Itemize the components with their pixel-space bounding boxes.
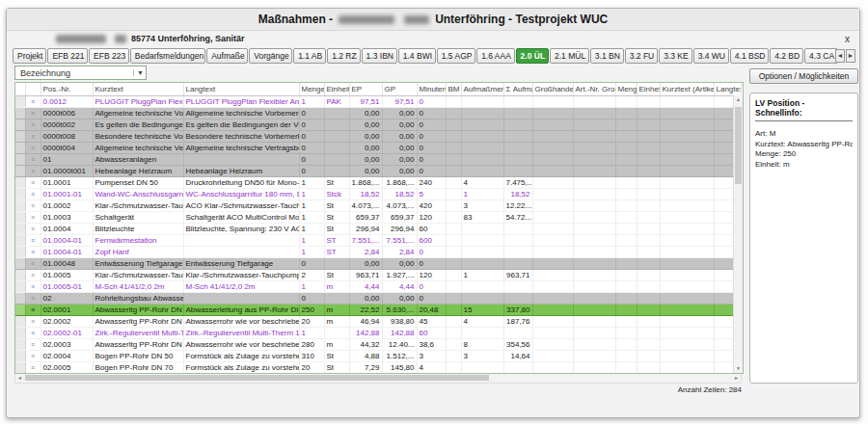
table-row[interactable]: ≡01.0003SchaltgerätSchaltgerät ACO Multi… bbox=[15, 212, 741, 224]
column-header-menge-[interactable]: Menge ( bbox=[615, 83, 637, 96]
row-selector-gutter[interactable] bbox=[15, 131, 25, 143]
row-selector-gutter[interactable] bbox=[15, 189, 25, 200]
tab-efb-223[interactable]: EFB 223 bbox=[89, 48, 129, 64]
row-selector-gutter[interactable] bbox=[15, 200, 25, 212]
row-selector-gutter[interactable] bbox=[15, 270, 25, 281]
table-row[interactable]: ≡01.0004-01Zopf Hanf1ST2,842,840 bbox=[15, 247, 741, 258]
table-row[interactable]: ≡0.0012PLUGGIT PluggPlan Flexibler Ansc.… bbox=[15, 96, 741, 108]
column-header-einheit[interactable]: Einheit bbox=[324, 83, 349, 96]
row-selector-gutter[interactable] bbox=[15, 235, 25, 247]
tab-2-1-mül[interactable]: 2.1 MÜL bbox=[550, 48, 589, 64]
table-row[interactable]: ≡01.0005-01M-Sch 41/41/2,0 2mM-Sch 41/41… bbox=[15, 281, 741, 293]
scroll-down-icon[interactable]: ▼ bbox=[734, 364, 743, 373]
column-header-gp[interactable]: GP bbox=[382, 83, 417, 96]
tab-1-1-ab[interactable]: 1.1 AB bbox=[293, 48, 326, 64]
table-row[interactable]: ≡0000t006Allgemeine technische Vorbemerk… bbox=[15, 108, 741, 119]
tab-1-3-ibn[interactable]: 1.3 IBN bbox=[362, 48, 397, 64]
column-header--aufma[interactable]: Σ Aufma bbox=[503, 83, 532, 96]
table-row[interactable]: ≡01.0005Klar-/Schmutzwasser-TauchpumpeKl… bbox=[15, 270, 741, 281]
table-row[interactable]: ≡0000t004Allgemeine technische Vertragsb… bbox=[15, 143, 741, 154]
column-header-kurztext[interactable]: Kurztext bbox=[93, 83, 183, 96]
table-row[interactable]: ≡02Rohrleitungsbau Abwasser00,000,000 bbox=[15, 293, 741, 305]
row-selector-gutter[interactable] bbox=[15, 281, 25, 293]
table-row[interactable]: ≡01.0000t001Hebeanlage HeizraumHebeanlag… bbox=[15, 166, 741, 177]
tab-2-0-ül[interactable]: 2.0 ÜL bbox=[516, 48, 549, 64]
tab-1-6-aaa[interactable]: 1.6 AAA bbox=[476, 48, 514, 64]
row-selector-gutter[interactable] bbox=[15, 154, 25, 166]
horizontal-scrollbar[interactable]: ◄ ► bbox=[14, 374, 742, 384]
row-selector-gutter[interactable] bbox=[15, 224, 25, 235]
row-selector-gutter[interactable] bbox=[15, 96, 25, 108]
table-row[interactable]: ≡01.0002Klar-/Schmutzwasser-TauchpumpeAC… bbox=[15, 200, 741, 212]
scroll-right-icon[interactable]: ► bbox=[732, 374, 741, 382]
row-selector-gutter[interactable] bbox=[15, 293, 25, 305]
row-selector-gutter[interactable] bbox=[15, 166, 25, 177]
column-header-menge[interactable]: Menge bbox=[299, 83, 324, 96]
table-row[interactable]: ≡02.0005Bogen PP-Rohr DN 70Formstück als… bbox=[15, 362, 741, 374]
table-row[interactable]: ≡01.0004BlitzleuchteBlitzleuchte, Spannu… bbox=[15, 224, 741, 235]
tab-vorgänge[interactable]: Vorgänge bbox=[249, 48, 292, 64]
column-header-pos-nr-[interactable]: Pos.-Nr. bbox=[41, 83, 93, 96]
tab-scroll-left-icon[interactable]: ◄ bbox=[835, 49, 845, 63]
column-header-ep[interactable]: EP bbox=[349, 83, 382, 96]
column-header-aufmaßmenge[interactable]: Aufmaßmenge bbox=[461, 83, 503, 96]
column-header-langtext-ar[interactable]: Langtext (Ar bbox=[714, 83, 741, 96]
row-selector-gutter[interactable] bbox=[15, 351, 25, 362]
tab-scroll-right-icon[interactable]: ► bbox=[846, 49, 855, 63]
vertical-scrollbar[interactable]: ▲ ▼ bbox=[733, 95, 743, 373]
table-row[interactable]: ≡01.0004-01Fernwärmestation1ST7.551,...7… bbox=[15, 235, 741, 247]
table-row[interactable]: ≡01.0001-01Wand-WC-Anschlussgarnitur PE … bbox=[15, 189, 741, 200]
tab-bedarfsmeldungen[interactable]: Bedarfsmeldungen bbox=[130, 48, 205, 64]
column-header-minuten[interactable]: Minuten bbox=[417, 83, 446, 96]
row-selector-gutter[interactable] bbox=[15, 258, 25, 270]
column-header-großhandel[interactable]: Großhandel bbox=[532, 83, 573, 96]
row-selector-gutter[interactable] bbox=[15, 328, 25, 339]
tab-efb-221[interactable]: EFB 221 bbox=[47, 48, 88, 64]
bezeichnung-filter-combobox[interactable]: Bezeichnung ▼ bbox=[14, 66, 147, 80]
row-selector-gutter[interactable] bbox=[15, 305, 25, 316]
table-row[interactable]: ≡01Abwasseranlagen00,000,000 bbox=[15, 154, 741, 166]
row-selector-gutter[interactable] bbox=[15, 362, 25, 374]
close-icon[interactable]: x bbox=[845, 31, 850, 47]
column-header-art-nr-großhand[interactable]: Art.-Nr. Großhand bbox=[573, 83, 615, 96]
table-row[interactable]: ≡02.0001Abwasserltg PP-Rohr DN 50Abwasse… bbox=[15, 305, 741, 316]
tab-3-3-ke[interactable]: 3.3 KE bbox=[659, 48, 692, 64]
tab-1-4-bwi[interactable]: 1.4 BWI bbox=[398, 48, 436, 64]
row-selector-gutter[interactable] bbox=[15, 119, 25, 131]
tab-1-5-agp[interactable]: 1.5 AGP bbox=[437, 48, 475, 64]
cell-sum_aufmass: 963,71 bbox=[503, 270, 532, 281]
tab-4-3-ca[interactable]: 4.3 CA bbox=[804, 48, 838, 64]
table-row[interactable]: ≡0000t008Besondere technische Vorbemerk.… bbox=[15, 131, 741, 143]
tab-3-4-wu[interactable]: 3.4 WU bbox=[693, 48, 729, 64]
table-row[interactable]: ≡02.0002-01Zirk.-Regulierventil Multi-Th… bbox=[15, 328, 741, 339]
vertical-scroll-thumb[interactable] bbox=[735, 107, 742, 184]
row-selector-gutter[interactable] bbox=[15, 247, 25, 258]
column-header-kurztext-artikel-[interactable]: Kurztext (Artikel) bbox=[660, 83, 714, 96]
table-row[interactable]: ≡01.0001Pumpenset DN 50Druckrohrleitung … bbox=[15, 177, 741, 189]
table-row[interactable]: ≡0000t002Es gelten die Bedingungen der V… bbox=[15, 119, 741, 131]
row-selector-gutter[interactable] bbox=[15, 108, 25, 119]
horizontal-scroll-thumb[interactable] bbox=[25, 375, 489, 381]
table-row[interactable]: ≡01.00048Entwässerung TiefgarageEntwässe… bbox=[15, 258, 741, 270]
table-row[interactable]: ≡02.0004Bogen PP-Rohr DN 50Formstück als… bbox=[15, 351, 741, 362]
tab-4-2-bd[interactable]: 4.2 BD bbox=[770, 48, 803, 64]
tab-1-2-rz[interactable]: 1.2 RZ bbox=[327, 48, 360, 64]
column-header-langtext[interactable]: Langtext bbox=[183, 83, 299, 96]
row-selector-gutter[interactable] bbox=[15, 316, 25, 328]
tab-aufma-e[interactable]: Aufmaße bbox=[206, 48, 248, 64]
row-selector-gutter[interactable] bbox=[15, 143, 25, 154]
scroll-up-icon[interactable]: ▲ bbox=[734, 95, 743, 104]
column-header-einheit-[interactable]: Einheit ( bbox=[637, 83, 660, 96]
tab-3-1-bn[interactable]: 3.1 BN bbox=[590, 48, 624, 64]
options-button[interactable]: Optionen / Möglichkeiten bbox=[749, 68, 858, 84]
table-row[interactable]: ≡02.0003Abwasserltg PP-Rohr DN 100Abwass… bbox=[15, 339, 741, 351]
row-selector-gutter[interactable] bbox=[15, 339, 25, 351]
table-row[interactable]: ≡02.0002Abwasserltg PP-Rohr DN 70Abwasse… bbox=[15, 316, 741, 328]
tab-3-2-fu[interactable]: 3.2 FU bbox=[625, 48, 658, 64]
tab-projekt[interactable]: Projekt bbox=[13, 48, 46, 64]
column-header-bm[interactable]: BM bbox=[446, 83, 461, 96]
tab-4-1-bsd[interactable]: 4.1 BSD bbox=[730, 48, 769, 64]
scroll-left-icon[interactable]: ◄ bbox=[15, 374, 24, 382]
row-selector-gutter[interactable] bbox=[15, 212, 25, 224]
row-selector-gutter[interactable] bbox=[15, 177, 25, 189]
